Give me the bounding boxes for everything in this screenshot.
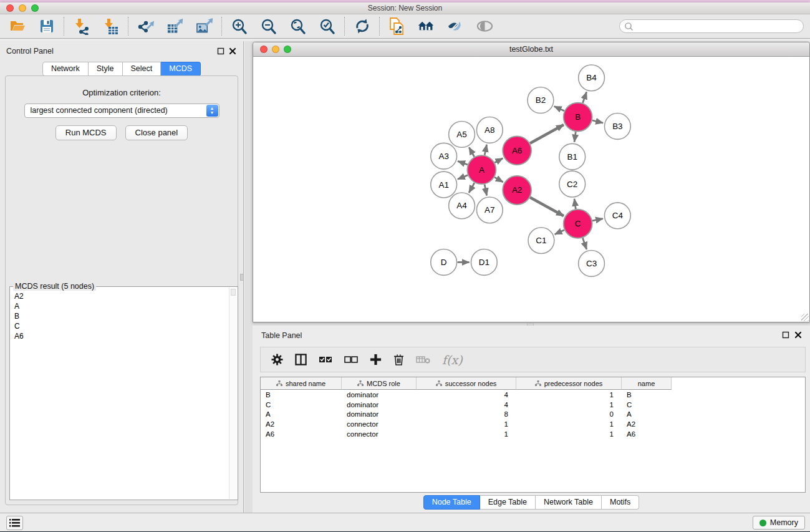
- export-table-icon[interactable]: [166, 18, 183, 35]
- show-all-icon[interactable]: [476, 18, 493, 35]
- table-cell[interactable]: 1: [516, 430, 622, 438]
- node-C3[interactable]: C3: [579, 251, 605, 277]
- result-item[interactable]: C: [14, 321, 229, 331]
- table-cell[interactable]: C: [261, 401, 342, 409]
- column-header-shared-name[interactable]: shared name: [261, 377, 342, 390]
- table-cell[interactable]: 1: [417, 430, 516, 438]
- edge-A-A4[interactable]: [469, 183, 475, 193]
- table-cell[interactable]: A2: [261, 420, 342, 428]
- table-row[interactable]: Bdominator41B: [261, 390, 805, 400]
- node-A8[interactable]: A8: [476, 117, 503, 143]
- zoom-selected-icon[interactable]: [319, 18, 335, 35]
- float-panel-icon[interactable]: [217, 47, 224, 55]
- node-C1[interactable]: C1: [528, 228, 554, 254]
- node-B3[interactable]: B3: [604, 114, 630, 140]
- edge-C-C4[interactable]: [592, 219, 603, 221]
- edge-A-A3[interactable]: [458, 161, 468, 165]
- tab-node-table[interactable]: Node Table: [423, 495, 480, 510]
- table-row[interactable]: Cdominator41C: [261, 400, 805, 410]
- table-cell[interactable]: 0: [516, 410, 622, 418]
- table-cell[interactable]: 1: [516, 420, 622, 428]
- tab-network[interactable]: Network: [42, 62, 89, 76]
- unselect-all-icon[interactable]: [344, 355, 358, 364]
- result-item[interactable]: B: [14, 311, 229, 321]
- edge-A-A8[interactable]: [485, 145, 486, 155]
- node-A2[interactable]: A2: [503, 176, 531, 205]
- edge-C-C3[interactable]: [582, 238, 586, 249]
- node-A5[interactable]: A5: [449, 122, 475, 148]
- table-cell[interactable]: A6: [261, 430, 342, 438]
- search-input[interactable]: [634, 21, 803, 32]
- table-cell[interactable]: B: [622, 391, 672, 399]
- copy-network-icon[interactable]: [388, 18, 405, 35]
- node-B2[interactable]: B2: [528, 87, 554, 114]
- result-item[interactable]: A6: [14, 331, 229, 341]
- delete-column-icon[interactable]: [393, 354, 404, 366]
- node-C2[interactable]: C2: [559, 171, 586, 197]
- node-B4[interactable]: B4: [579, 65, 605, 91]
- node-A4[interactable]: A4: [449, 193, 475, 219]
- node-A1[interactable]: A1: [431, 172, 457, 198]
- table-row[interactable]: A6connector11A6: [261, 429, 805, 439]
- node-table[interactable]: shared nameMCDS rolesuccessor nodesprede…: [260, 377, 806, 493]
- table-cell[interactable]: A: [261, 410, 342, 418]
- table-cell[interactable]: 1: [417, 420, 516, 428]
- network-canvas[interactable]: B4B2BB3A5A8A6B1A3AC2A1A2A4A7C4CC1C3DD1: [253, 57, 809, 322]
- table-row[interactable]: Adominator80A: [261, 410, 805, 420]
- show-columns-icon[interactable]: [295, 354, 307, 365]
- table-cell[interactable]: A6: [622, 430, 672, 438]
- node-D1[interactable]: D1: [471, 249, 497, 276]
- edge-B-B4[interactable]: [583, 92, 587, 103]
- export-network-icon[interactable]: [137, 18, 154, 35]
- import-network-icon[interactable]: [73, 18, 90, 35]
- zoom-out-icon[interactable]: [260, 18, 277, 35]
- edge-A-A6[interactable]: [494, 158, 503, 163]
- tab-style[interactable]: Style: [89, 62, 123, 76]
- tab-mcds[interactable]: MCDS: [161, 62, 201, 76]
- mcds-result-list[interactable]: A2ABCA6: [11, 288, 229, 499]
- table-cell[interactable]: 1: [516, 391, 622, 399]
- save-session-icon[interactable]: [38, 18, 55, 35]
- select-all-icon[interactable]: [319, 355, 332, 364]
- column-header-predecessor-nodes[interactable]: predecessor nodes: [516, 377, 622, 390]
- tab-motifs[interactable]: Motifs: [602, 495, 639, 510]
- table-close-icon[interactable]: [794, 331, 802, 339]
- search-field[interactable]: [619, 19, 804, 33]
- result-item[interactable]: A2: [14, 291, 229, 301]
- function-builder-icon[interactable]: f(x): [442, 353, 463, 367]
- column-header-MCDS-role[interactable]: MCDS role: [342, 377, 417, 390]
- table-cell[interactable]: connector: [342, 430, 417, 438]
- node-A[interactable]: A: [467, 155, 496, 184]
- column-header-name[interactable]: name: [622, 377, 672, 390]
- column-header-successor-nodes[interactable]: successor nodes: [417, 377, 516, 390]
- node-A3[interactable]: A3: [431, 143, 457, 169]
- zoom-fit-icon[interactable]: [289, 18, 306, 35]
- node-C[interactable]: C: [564, 210, 592, 238]
- node-C4[interactable]: C4: [604, 203, 630, 229]
- table-float-icon[interactable]: [782, 331, 789, 339]
- result-scrollbar[interactable]: [229, 288, 237, 499]
- table-settings-gear-icon[interactable]: [271, 354, 283, 365]
- edge-C-C2[interactable]: [574, 199, 576, 209]
- criterion-select[interactable]: largest connected component (directed) ▲…: [24, 104, 219, 118]
- table-cell[interactable]: 4: [417, 401, 516, 409]
- table-cell[interactable]: C: [622, 401, 672, 409]
- first-neighbors-icon[interactable]: [418, 18, 435, 35]
- import-table-icon[interactable]: [102, 18, 119, 35]
- edge-A-A2[interactable]: [494, 177, 503, 182]
- close-panel-icon[interactable]: [229, 47, 236, 55]
- table-cell[interactable]: B: [261, 391, 342, 399]
- edge-A6-B[interactable]: [530, 125, 564, 143]
- task-history-button[interactable]: [6, 516, 23, 530]
- resize-grip-icon[interactable]: [801, 314, 809, 321]
- edge-A-A5[interactable]: [469, 147, 474, 157]
- tab-edge-table[interactable]: Edge Table: [480, 495, 536, 510]
- edge-A-A7[interactable]: [485, 185, 487, 196]
- table-cell[interactable]: 8: [417, 410, 516, 418]
- node-D[interactable]: D: [431, 249, 457, 276]
- table-cell[interactable]: 1: [516, 401, 622, 409]
- add-column-icon[interactable]: [370, 354, 382, 365]
- apply-layout-icon[interactable]: [354, 18, 370, 35]
- memory-button[interactable]: Memory: [753, 516, 805, 530]
- edge-A2-C[interactable]: [530, 198, 564, 216]
